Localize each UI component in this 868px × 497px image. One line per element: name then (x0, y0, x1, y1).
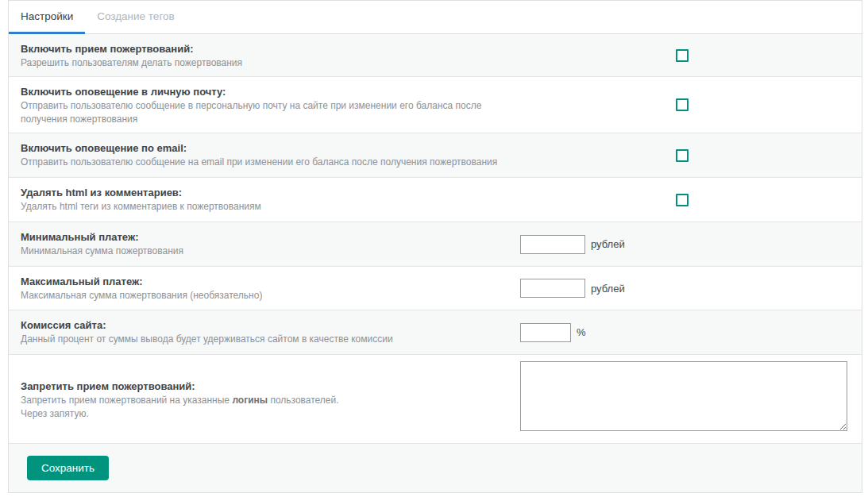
tab-tag-creation[interactable]: Создание тегов (85, 1, 187, 34)
setting-title: Удалять html из комментариев: (21, 185, 862, 200)
setting-row-email-notification: Включить оповещение по email: Отправить … (9, 133, 862, 178)
setting-description: Максимальная сумма пожертвования (необяз… (21, 289, 501, 302)
setting-description: Минимальная сумма пожертвования (21, 245, 501, 258)
max-payment-unit-label: рублей (591, 283, 625, 295)
setting-row-ban-donations: Запретить прием пожертвований: Запретить… (9, 355, 862, 444)
setting-title: Комиссия сайта: (21, 318, 862, 333)
max-payment-control: рублей (520, 279, 625, 298)
setting-title: Включить оповещение по email: (21, 141, 862, 156)
setting-description: Отправить пользователю сообщение в персо… (21, 99, 501, 126)
donations-settings-panel: Настройки Создание тегов Включить прием … (8, 0, 862, 493)
min-payment-unit-label: рублей (591, 238, 625, 250)
setting-title: Максимальный платеж: (21, 274, 862, 289)
save-button[interactable]: Сохранить (27, 456, 109, 480)
setting-title: Включить прием пожертвований: (21, 41, 862, 56)
pm-notification-checkbox[interactable] (676, 98, 689, 111)
tab-bar: Настройки Создание тегов (9, 1, 862, 34)
site-commission-control: % (520, 323, 586, 342)
setting-row-max-payment: Максимальный платеж: Максимальная сумма … (9, 267, 862, 310)
site-commission-unit-label: % (577, 326, 586, 338)
setting-row-strip-html: Удалять html из комментариев: Удалять ht… (9, 178, 862, 222)
setting-row-site-commission: Комиссия сайта: Данный процент от суммы … (9, 310, 862, 355)
setting-description: Запретить прием пожертвований на указанн… (21, 394, 501, 421)
max-payment-input[interactable] (520, 279, 585, 298)
site-commission-input[interactable] (520, 323, 571, 342)
email-notification-checkbox[interactable] (676, 149, 689, 162)
min-payment-control: рублей (520, 235, 625, 254)
enable-donations-checkbox[interactable] (676, 49, 689, 62)
setting-description: Разрешить пользователям делать пожертвов… (21, 56, 501, 70)
setting-title: Включить оповещение в личную почту: (21, 84, 862, 99)
setting-row-enable-donations: Включить прием пожертвований: Разрешить … (9, 34, 862, 77)
setting-description: Удалять html теги из комментариев к поже… (21, 200, 501, 214)
tab-tag-creation-label: Создание тегов (97, 10, 175, 22)
setting-title: Минимальный платеж: (21, 229, 862, 245)
ban-donations-logins-textarea[interactable] (520, 361, 847, 431)
tab-settings[interactable]: Настройки (9, 1, 85, 34)
setting-description: Данный процент от суммы вывода будет уде… (21, 333, 501, 346)
setting-description: Отправить пользователю сообщение на emai… (21, 156, 501, 169)
setting-row-pm-notification: Включить оповещение в личную почту: Отпр… (9, 77, 862, 133)
min-payment-input[interactable] (520, 235, 585, 254)
footer: Сохранить (9, 444, 862, 492)
setting-row-min-payment: Минимальный платеж: Минимальная сумма по… (9, 222, 862, 267)
strip-html-checkbox[interactable] (676, 194, 689, 206)
tab-settings-label: Настройки (21, 10, 73, 22)
